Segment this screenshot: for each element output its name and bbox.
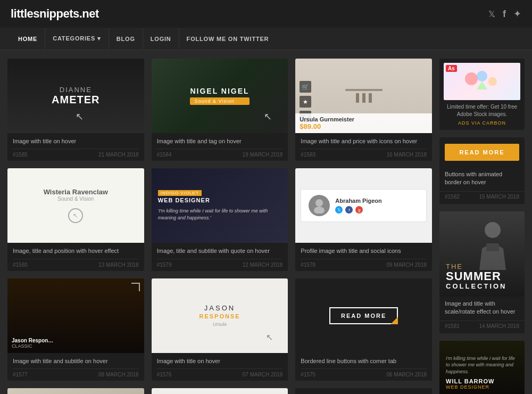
sidebar-top-date: 15 MARCH 2018 (479, 194, 519, 200)
ad-box: As Limited time offer: Get 10 free Adobe… (439, 59, 525, 130)
main-nav: HOME CATEGORIES ▾ BLOG LOGIN FOLLOW ME O… (0, 28, 532, 50)
card-1583-meta: #1583 16 MARCH 2018 (301, 149, 427, 158)
card-1579[interactable]: INDIGO VIOLET WEB DESIGNER 'I'm killing … (152, 168, 288, 270)
price-bar: Ursula Gurnmeister $89.00 (295, 113, 432, 133)
wisteria-sub: Sound & Vision (44, 196, 108, 202)
cursor-icon: ↖ (76, 111, 84, 122)
card-1585-meta: #1585 21 MARCH 2018 (13, 149, 139, 158)
product-price: $89.00 (300, 122, 428, 130)
card-1585-date: 21 MARCH 2018 (98, 152, 139, 158)
svg-marker-5 (477, 81, 487, 89)
brand-ext: .net (79, 7, 99, 20)
wisteria-name: Wisteria Ravenclaw (44, 188, 108, 196)
summer-thumb: THE SUMMER COLLECTION (439, 211, 525, 297)
site-header: littlesnippets.net 𝕏 f ✦ (0, 0, 532, 28)
brand-plain: little (11, 7, 33, 20)
card-1580-title: Image, title and position with hover eff… (13, 247, 139, 255)
card-1576-thumb: JASON RESPONSE Ursula ↖ (152, 278, 288, 353)
profile-details: Abraham Pigeon 𝕏 f g (335, 198, 381, 214)
card-1583[interactable]: 🛒 ★ ↗ Ursula Gurnmeister $89.00 Image wi… (295, 59, 432, 161)
sidebar-readmore-btn[interactable]: READ MORE (445, 144, 519, 161)
card-1576[interactable]: JASON RESPONSE Ursula ↖ Image with title… (152, 278, 288, 381)
social-icons: 𝕏 f g (335, 206, 381, 214)
card-1585[interactable]: DIANNE AMETER ↖ Image with title on hove… (7, 59, 144, 161)
facebook-icon[interactable]: f (503, 9, 506, 20)
sidebar-summer-title: Image and title with scale/rotate effect… (439, 297, 525, 321)
corner-decoration (131, 283, 140, 291)
card-1577-meta: #1577 08 MARCH 2018 (13, 368, 139, 377)
grid-col-1: DIANNE AMETER ↖ Image with title on hove… (7, 59, 144, 394)
ad-logo: As (446, 65, 457, 72)
ad-image (461, 68, 503, 95)
bookmark-icon: ★ (300, 96, 311, 108)
card-1580-thumb: Wisteria Ravenclaw Sound & Vision ↖ (7, 168, 144, 243)
nav-categories[interactable]: CATEGORIES ▾ (45, 28, 109, 50)
sidebar-card-readmore[interactable]: READ MORE Buttons with animated border o… (439, 137, 525, 204)
nav-blog[interactable]: BLOG (109, 28, 143, 50)
card-1575-info: Bordered line buttons with corner tab #1… (295, 353, 432, 381)
facebook-social-icon: f (345, 206, 353, 214)
card-1584-meta: #1584 19 MARCH 2018 (157, 149, 283, 158)
read-more-btn[interactable]: READ MORE (329, 307, 398, 324)
card-bottom-2[interactable]: + (152, 388, 288, 394)
card-1584-thumb: NIGEL NIGEL Sound & Vision ↖ (152, 59, 288, 133)
card-bottom-1[interactable] (7, 388, 144, 394)
card-1577[interactable]: Jason Respon… CLASSIC Image with title a… (7, 278, 144, 381)
card-1577-thumb: Jason Respon… CLASSIC (7, 278, 144, 353)
card-1578-meta: #1578 09 MARCH 2018 (301, 259, 427, 268)
card-1578-info: Profile image with title and social icon… (295, 243, 432, 270)
card-1576-meta: #1576 07 MARCH 2018 (157, 368, 283, 377)
sidebar-card-summer[interactable]: THE SUMMER COLLECTION Image and title wi… (439, 211, 525, 333)
profile-card: Abraham Pigeon 𝕏 f g (301, 189, 427, 222)
site-logo[interactable]: littlesnippets.net (11, 7, 99, 21)
card-grid: DIANNE AMETER ↖ Image with title on hove… (7, 59, 432, 394)
avatar (309, 195, 330, 216)
svg-rect-7 (486, 243, 499, 251)
person-silhouette (311, 198, 327, 214)
thumb-7-text: Jason Respon… CLASSIC (12, 338, 53, 349)
card-1575[interactable]: READ MORE Bordered line buttons with cor… (295, 278, 432, 381)
sidebar-top-id: #1582 (445, 194, 460, 200)
card-1576-info: Image with title on hover #1576 07 MARCH… (152, 353, 288, 381)
ad-thumb: As (444, 63, 520, 100)
card-1578[interactable]: Abraham Pigeon 𝕏 f g Profile image with … (295, 168, 432, 270)
nav-home[interactable]: HOME (11, 28, 45, 50)
testimonial-thumb: I'm killing time while I wait for life t… (439, 341, 525, 394)
main-content: DIANNE AMETER ↖ Image with title on hove… (0, 50, 532, 394)
card-1585-id: #1585 (13, 152, 28, 158)
card-bottom-2-thumb: + (152, 388, 288, 394)
card-1585-thumb: DIANNE AMETER ↖ (7, 59, 144, 133)
svg-point-2 (465, 72, 478, 85)
card-1584-info: Image with title and tag on hover #1584 … (152, 133, 288, 161)
card-1580[interactable]: Wisteria Ravenclaw Sound & Vision ↖ Imag… (7, 168, 144, 270)
card-1580-meta: #1580 13 MARCH 2018 (13, 259, 139, 268)
card-1583-info: Image with title and price with icons on… (295, 133, 432, 161)
cursor-icon-8: ↖ (266, 332, 273, 342)
card-1575-thumb: READ MORE (295, 278, 432, 353)
sidebar-summer-meta: #1581 14 MARCH 2018 (439, 321, 525, 333)
twitter-icon[interactable]: 𝕏 (488, 9, 495, 19)
card-1575-meta: #1575 06 MARCH 2018 (301, 368, 427, 377)
card-1580-info: Image, title and position with hover eff… (7, 243, 144, 270)
sidebar-top-title: Buttons with animated border on hover (439, 167, 525, 191)
jason-overlay: JASON RESPONSE Ursula (199, 304, 240, 327)
card-bottom-3[interactable]: READ MORE (295, 388, 432, 394)
card-1579-meta: #1579 12 MARCH 2018 (157, 259, 283, 268)
card-1579-thumb: INDIGO VIOLET WEB DESIGNER 'I'm killing … (152, 168, 288, 243)
svg-point-1 (314, 207, 325, 214)
card-1577-info: Image with title and subtitle on hover #… (7, 353, 144, 381)
cursor-icon-2: ↖ (264, 111, 272, 122)
ad-link[interactable]: ADS VIA CARBON (458, 120, 506, 126)
sidebar-card-testimonial[interactable]: I'm killing time while I wait for life t… (439, 341, 525, 394)
nav-login[interactable]: LOGIN (143, 28, 179, 50)
card-1584[interactable]: NIGEL NIGEL Sound & Vision ↖ Image with … (152, 59, 288, 161)
ad-text: Limited time offer: Get 10 free Adobe St… (444, 103, 520, 118)
gplus-social-icon: g (355, 206, 363, 214)
header-social-icons: 𝕏 f ✦ (488, 8, 521, 20)
codepen-icon[interactable]: ✦ (513, 8, 521, 20)
cart-icon: 🛒 (300, 81, 311, 93)
grid-col-3: 🛒 ★ ↗ Ursula Gurnmeister $89.00 Image wi… (295, 59, 432, 394)
svg-point-6 (485, 222, 501, 238)
card-1585-title: Image with title on hover (13, 137, 139, 145)
nav-twitter[interactable]: FOLLOW ME ON TWITTER (179, 28, 277, 50)
